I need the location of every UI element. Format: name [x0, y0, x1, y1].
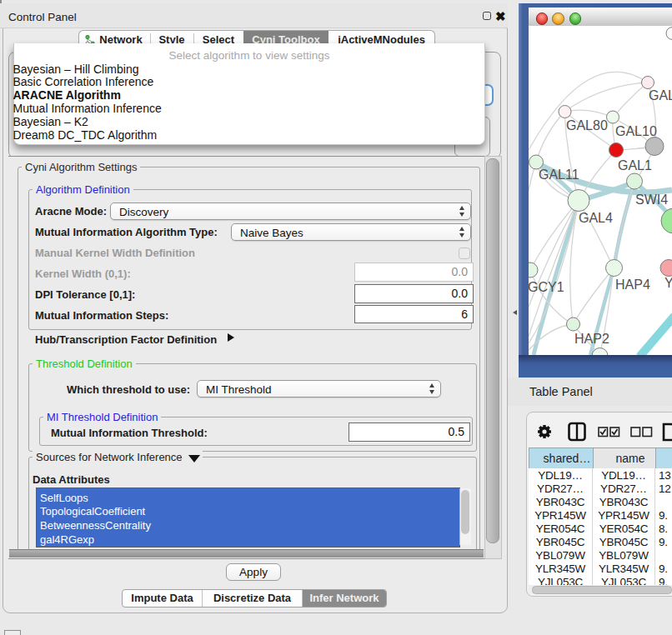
svg-text:GAL11: GAL11: [539, 168, 579, 182]
svg-text:HAP2: HAP2: [574, 332, 609, 346]
svg-text:SWI4: SWI4: [635, 192, 668, 207]
svg-text:Y: Y: [664, 276, 672, 290]
svg-text:GAL1: GAL1: [618, 158, 652, 172]
svg-text:GCY1: GCY1: [529, 280, 564, 294]
svg-text:HAP4: HAP4: [615, 278, 650, 292]
svg-text:GAL10: GAL10: [615, 124, 657, 138]
svg-text:GAL: GAL: [649, 88, 672, 102]
svg-text:GAL4: GAL4: [579, 211, 613, 225]
svg-text:GAL80: GAL80: [566, 118, 608, 132]
